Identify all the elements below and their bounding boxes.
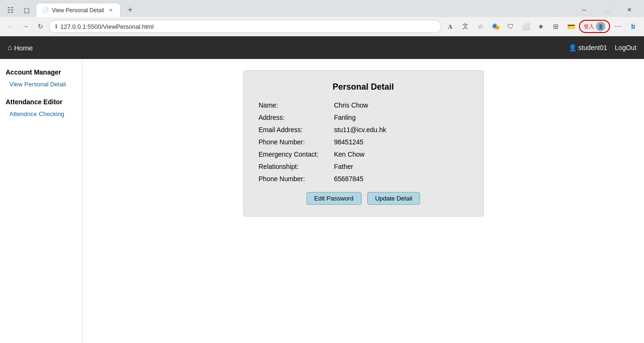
profile-btn[interactable]: 登入 👤 bbox=[579, 20, 610, 33]
forward-btn[interactable]: → bbox=[19, 20, 32, 33]
close-btn[interactable]: ✕ bbox=[619, 3, 640, 17]
collections-btn[interactable]: ⊞ bbox=[549, 20, 563, 33]
user-icon: 👤 bbox=[569, 44, 577, 51]
tab-close-btn[interactable]: ✕ bbox=[107, 7, 115, 14]
new-window-btn[interactable]: ◻ bbox=[20, 3, 33, 17]
header-right: 👤 student01 LogOut bbox=[569, 44, 636, 51]
relationship-row: Relationshipt: Father bbox=[259, 163, 468, 170]
back-btn[interactable]: ← bbox=[4, 20, 17, 33]
address-value: Fanling bbox=[334, 114, 356, 121]
add-favorites-btn[interactable]: ★ bbox=[534, 20, 548, 33]
personal-detail-card: Personal Detail Name: Chris Chow Address… bbox=[243, 70, 484, 217]
address-bar-row: ← → ↻ ℹ 127.0.0.1:5500/ViewPersonal.html… bbox=[0, 17, 644, 36]
update-detail-btn[interactable]: Update Detail bbox=[367, 192, 421, 205]
sidebar-spacer bbox=[0, 91, 82, 94]
emergency-phone-label: Phone Number: bbox=[259, 175, 334, 183]
name-value: Chris Chow bbox=[334, 101, 368, 109]
app-header: ⌂ Home 👤 student01 LogOut bbox=[0, 36, 644, 59]
window-controls: ─ ⬜ ✕ bbox=[573, 3, 640, 17]
user-section: 👤 student01 bbox=[569, 44, 607, 51]
emergency-phone-value: 65687845 bbox=[334, 175, 363, 183]
new-tab-btn[interactable]: + bbox=[124, 3, 137, 17]
sidebar-section-attendance: Attendance Editor bbox=[0, 94, 82, 108]
minimize-btn[interactable]: ─ bbox=[573, 3, 595, 17]
detail-actions: Edit Password Update Detail bbox=[259, 192, 468, 205]
relationship-label: Relationshipt: bbox=[259, 163, 334, 170]
read-aloud-btn[interactable]: 𝐀 bbox=[443, 20, 457, 33]
address-row: Address: Fanling bbox=[259, 114, 468, 121]
name-label: Name: bbox=[259, 101, 334, 109]
emergency-row: Emergency Contact: Ken Chow bbox=[259, 151, 468, 158]
home-icon: ⌂ bbox=[8, 43, 12, 52]
info-icon: ℹ bbox=[55, 23, 58, 30]
home-label[interactable]: Home bbox=[14, 44, 33, 52]
edge-icon-btn[interactable]: b bbox=[626, 20, 640, 33]
edit-password-btn[interactable]: Edit Password bbox=[306, 192, 362, 205]
url-text: 127.0.0.1:5500/ViewPersonal.html bbox=[60, 23, 435, 30]
profile-avatar: 👤 bbox=[596, 22, 605, 31]
tab-bar-left: ☷ ◻ 📄 View Personal Detail ✕ + bbox=[4, 3, 137, 17]
refresh-btn[interactable]: ↻ bbox=[34, 20, 47, 33]
emergency-label: Emergency Contact: bbox=[259, 151, 334, 158]
email-value: stu11@icv.edu.hk bbox=[334, 126, 386, 134]
logout-link[interactable]: LogOut bbox=[615, 44, 636, 51]
favorites-btn[interactable]: ☆ bbox=[473, 20, 487, 33]
toolbar-buttons: 𝐀 文 ☆ 🎭 🛡 ⬜ ★ ⊞ 💳 登入 👤 ⋯ b bbox=[443, 20, 640, 33]
emergency-value: Ken Chow bbox=[334, 151, 365, 158]
sidebar-section-account: Account Manager bbox=[0, 65, 82, 78]
maximize-btn[interactable]: ⬜ bbox=[596, 3, 618, 17]
tab-list-btn[interactable]: ☷ bbox=[4, 3, 17, 17]
browser-essentials-btn[interactable]: 🛡 bbox=[504, 20, 518, 33]
username: student01 bbox=[578, 44, 608, 51]
address-bar[interactable]: ℹ 127.0.0.1:5500/ViewPersonal.html bbox=[49, 20, 441, 33]
emergency-phone-row: Phone Number: 65687845 bbox=[259, 175, 468, 183]
card-title: Personal Detail bbox=[259, 82, 468, 92]
browser-chrome: ☷ ◻ 📄 View Personal Detail ✕ + ─ ⬜ ✕ ← →… bbox=[0, 0, 644, 36]
email-row: Email Address: stu11@icv.edu.hk bbox=[259, 126, 468, 134]
name-row: Name: Chris Chow bbox=[259, 101, 468, 109]
relationship-value: Father bbox=[334, 163, 353, 170]
sidebar-link-attendance[interactable]: Attendnce Checking bbox=[0, 108, 82, 120]
tab-doc-icon: 📄 bbox=[42, 7, 49, 14]
address-label: Address: bbox=[259, 114, 334, 121]
active-tab[interactable]: 📄 View Personal Detail ✕ bbox=[36, 3, 121, 17]
email-label: Email Address: bbox=[259, 126, 334, 134]
split-screen-btn[interactable]: ⬜ bbox=[519, 20, 533, 33]
extensions-btn[interactable]: 🎭 bbox=[488, 20, 503, 33]
sidebar: Account Manager View Personal Detail Att… bbox=[0, 59, 83, 343]
phone-row: Phone Number: 98451245 bbox=[259, 138, 468, 146]
sidebar-link-view-personal[interactable]: View Personal Detail bbox=[0, 78, 82, 91]
more-btn[interactable]: ⋯ bbox=[611, 20, 625, 33]
browser-wallet-btn[interactable]: 💳 bbox=[564, 20, 578, 33]
main-content: Personal Detail Name: Chris Chow Address… bbox=[83, 59, 644, 343]
translate-btn[interactable]: 文 bbox=[458, 20, 472, 33]
login-text: 登入 bbox=[584, 23, 594, 30]
phone-label: Phone Number: bbox=[259, 138, 334, 146]
header-left: ⌂ Home bbox=[8, 43, 33, 52]
tab-title: View Personal Detail bbox=[52, 7, 104, 14]
app-body: Account Manager View Personal Detail Att… bbox=[0, 59, 644, 343]
tab-bar: ☷ ◻ 📄 View Personal Detail ✕ + ─ ⬜ ✕ bbox=[0, 0, 644, 17]
phone-value: 98451245 bbox=[334, 138, 363, 146]
